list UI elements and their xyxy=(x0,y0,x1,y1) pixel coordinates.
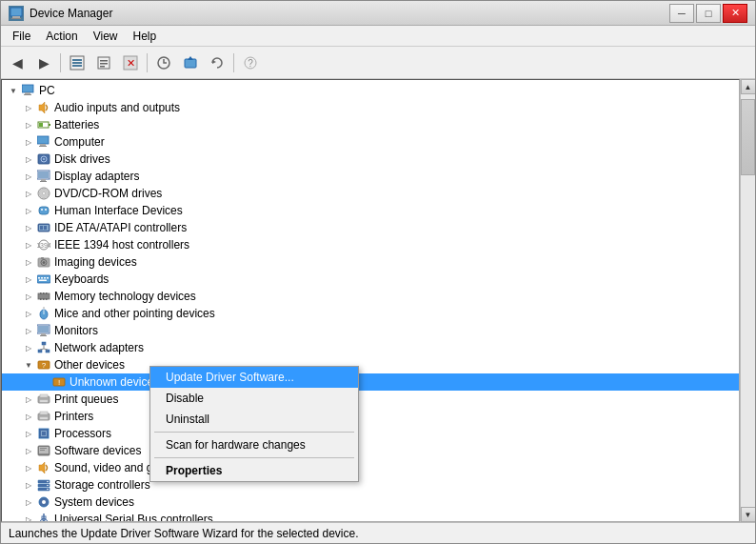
expand-audio[interactable]: ▷ xyxy=(21,100,36,115)
scrollbar-up[interactable]: ▲ xyxy=(741,79,756,94)
expand-dvd[interactable]: ▷ xyxy=(21,186,36,201)
context-menu-scan[interactable]: Scan for hardware changes xyxy=(150,434,358,455)
title-bar: Device Manager ─ □ ✕ xyxy=(1,1,755,26)
scrollbar-thumb[interactable] xyxy=(741,99,755,175)
help-button[interactable]: ? xyxy=(238,50,263,75)
tree-item-storage[interactable]: ▷ Storage controllers xyxy=(2,476,739,494)
tree-item-audio[interactable]: ▷ Audio inputs and outputs xyxy=(2,99,739,116)
expand-ieee[interactable]: ▷ xyxy=(21,237,36,252)
expand-ide[interactable]: ▷ xyxy=(21,220,36,235)
svg-rect-21 xyxy=(24,94,31,95)
expand-software[interactable]: ▷ xyxy=(21,443,36,458)
refresh-button[interactable] xyxy=(205,50,229,75)
svg-rect-59 xyxy=(40,292,42,294)
expand-imaging[interactable]: ▷ xyxy=(21,254,36,270)
expand-disk[interactable]: ▷ xyxy=(21,151,36,167)
svg-rect-83 xyxy=(40,394,48,397)
tree-item-pc[interactable]: ▼ PC xyxy=(2,82,739,99)
context-menu-update-driver[interactable]: Update Driver Software... xyxy=(150,367,358,388)
update-driver-button[interactable] xyxy=(178,50,203,75)
scrollbar-down[interactable]: ▼ xyxy=(741,507,756,522)
maximize-button[interactable]: □ xyxy=(696,4,721,23)
expand-mice[interactable]: ▷ xyxy=(21,306,36,321)
menu-file[interactable]: File xyxy=(5,26,38,46)
expand-other[interactable]: ▼ xyxy=(21,357,36,373)
tree-item-computer[interactable]: ▷ Computer xyxy=(2,133,739,151)
tree-item-display[interactable]: ▷ Display adapters xyxy=(2,168,739,185)
tree-item-printq[interactable]: ▷ Print queues xyxy=(2,391,739,408)
context-menu-properties[interactable]: Properties xyxy=(150,460,358,481)
expand-printq[interactable]: ▷ xyxy=(21,392,36,407)
tree-item-usb[interactable]: ▷ Universal Serial Bus controllers xyxy=(2,511,739,522)
tree-item-keyboard[interactable]: ▷ Keyboards xyxy=(2,271,739,288)
svg-rect-69 xyxy=(38,326,49,332)
tree-item-memory[interactable]: ▷ Memory technology devices xyxy=(2,288,739,305)
svg-marker-16 xyxy=(212,60,216,64)
menu-help[interactable]: Help xyxy=(126,26,165,46)
show-hide-button[interactable] xyxy=(65,50,90,75)
expand-keyboard[interactable]: ▷ xyxy=(21,272,36,287)
tree-item-unknown[interactable]: ! Unknown device xyxy=(2,373,739,391)
expand-processors[interactable]: ▷ xyxy=(21,426,36,441)
tree-item-processors[interactable]: ▷ Processors xyxy=(2,425,739,442)
expand-system[interactable]: ▷ xyxy=(21,494,36,510)
menu-action[interactable]: Action xyxy=(38,26,85,46)
tree-item-mice[interactable]: ▷ Mice and other pointing devices xyxy=(2,305,739,322)
forward-button[interactable]: ▶ xyxy=(31,50,56,75)
context-menu-disable[interactable]: Disable xyxy=(150,388,358,409)
tree-item-software[interactable]: ▷ Software devices xyxy=(2,442,739,459)
expand-network[interactable]: ▷ xyxy=(21,340,36,355)
tree-item-network[interactable]: ▷ Network adapters xyxy=(2,339,739,356)
tree-label-keyboard: Keyboards xyxy=(54,272,109,286)
expand-storage[interactable]: ▷ xyxy=(21,477,36,493)
svg-rect-53 xyxy=(38,277,40,279)
tree-item-disk[interactable]: ▷ Disk drives xyxy=(2,151,739,168)
context-menu-uninstall[interactable]: Uninstall xyxy=(150,409,358,430)
window-title: Device Manager xyxy=(30,7,112,20)
svg-rect-2 xyxy=(11,18,21,19)
tree-item-monitors[interactable]: ▷ Monitors xyxy=(2,322,739,339)
tree-item-ieee[interactable]: ▷ 1394 IEEE 1394 host controllers xyxy=(2,236,739,253)
svg-rect-0 xyxy=(10,8,22,16)
tree-label-software: Software devices xyxy=(54,444,141,457)
tree-item-other[interactable]: ▼ ? Other devices xyxy=(2,356,739,373)
expand-printers[interactable]: ▷ xyxy=(21,409,36,424)
svg-point-106 xyxy=(41,520,44,523)
svg-rect-87 xyxy=(40,417,48,419)
scrollbar[interactable]: ▲ ▼ xyxy=(740,79,755,522)
svg-rect-63 xyxy=(43,298,45,300)
tree-label-ieee: IEEE 1394 host controllers xyxy=(54,238,189,252)
tree-item-hid[interactable]: ▷ Human Interface Devices xyxy=(2,202,739,219)
minimize-button[interactable]: ─ xyxy=(669,4,694,23)
close-button[interactable]: ✕ xyxy=(723,4,747,23)
expand-memory[interactable]: ▷ xyxy=(21,289,36,304)
expand-monitors[interactable]: ▷ xyxy=(21,323,36,338)
properties-button[interactable] xyxy=(91,50,116,75)
svg-rect-6 xyxy=(72,65,82,67)
tree-panel[interactable]: ▼ PC ▷ xyxy=(1,79,740,522)
scan-hardware-button[interactable] xyxy=(151,50,176,75)
expand-hid[interactable]: ▷ xyxy=(21,203,36,218)
tree-item-batteries[interactable]: ▷ Batteries xyxy=(2,116,739,133)
menu-view[interactable]: View xyxy=(86,26,126,46)
expand-pc[interactable]: ▼ xyxy=(6,83,21,98)
expand-sound[interactable]: ▷ xyxy=(21,460,36,475)
tree-item-ide[interactable]: ▷ IDE ATA/ATAPI controllers xyxy=(2,219,739,236)
expand-usb[interactable]: ▷ xyxy=(21,512,36,522)
icon-mice xyxy=(36,306,51,321)
svg-rect-56 xyxy=(47,277,49,279)
expand-batteries[interactable]: ▷ xyxy=(21,117,36,132)
tree-item-dvd[interactable]: ▷ DVD/CD-ROM drives xyxy=(2,185,739,202)
tree-item-imaging[interactable]: ▷ Imaging devices xyxy=(2,253,739,271)
scrollbar-track[interactable] xyxy=(741,94,755,507)
back-button[interactable]: ◀ xyxy=(5,50,30,75)
tree-item-sound[interactable]: ▷ Sound, video and game controllers xyxy=(2,459,739,476)
context-menu-sep-1 xyxy=(154,432,354,433)
expand-computer[interactable]: ▷ xyxy=(21,134,36,150)
uninstall-button[interactable]: ✕ xyxy=(118,50,143,75)
tree-item-system[interactable]: ▷ System devices xyxy=(2,494,739,511)
svg-rect-27 xyxy=(40,144,46,146)
tree-label-display: Display adapters xyxy=(54,170,139,183)
expand-display[interactable]: ▷ xyxy=(21,169,36,184)
tree-item-printers[interactable]: ▷ Printers xyxy=(2,408,739,425)
